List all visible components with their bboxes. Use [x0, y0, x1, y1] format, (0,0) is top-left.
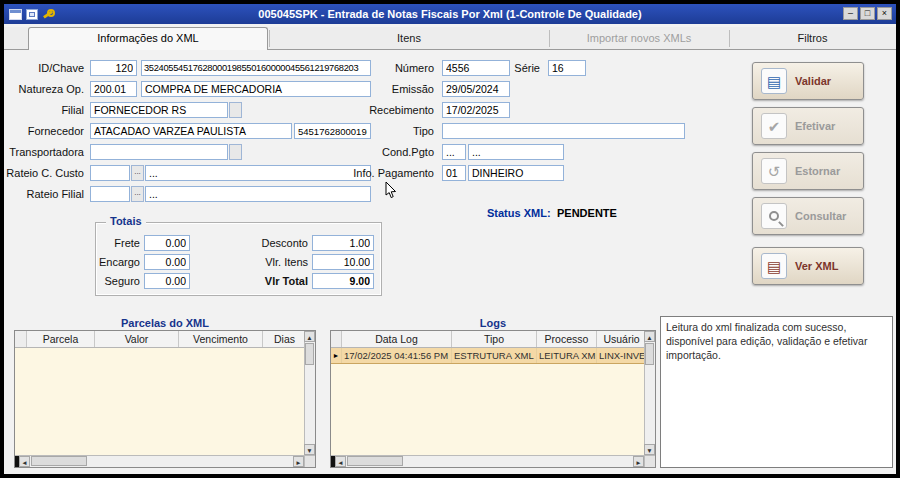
rateio-filial-desc-field[interactable] [145, 186, 371, 202]
wrench-icon[interactable] [42, 9, 55, 20]
encargo-label: Encargo [96, 256, 140, 268]
col-header-usuario[interactable]: Usuário [597, 331, 646, 347]
emissao-field[interactable] [442, 81, 510, 97]
frete-label: Frete [96, 237, 140, 249]
col-header-tipo[interactable]: Tipo [452, 331, 537, 347]
scroll-up-icon[interactable]: ▲ [304, 331, 315, 342]
maximize-button[interactable]: □ [860, 7, 875, 20]
totais-groupbox: Totais Frete Encargo Seguro Desconto Vlr… [95, 222, 382, 296]
parcelas-title: Parcelas do XML [14, 316, 316, 330]
hscroll-thumb[interactable] [31, 456, 87, 466]
id-chave-label: ID/Chave [4, 62, 87, 74]
col-header-processo[interactable]: Processo [537, 331, 597, 347]
scroll-down-icon[interactable]: ▼ [304, 444, 315, 455]
tab-filtros[interactable]: Filtros [729, 27, 896, 49]
status-xml-label: Status XML: [487, 207, 551, 219]
col-header-data-log[interactable]: Data Log [342, 331, 452, 347]
scroll-down-icon[interactable]: ▼ [644, 444, 655, 455]
row-indicator-column [15, 331, 27, 347]
logs-grid: Data Log Tipo Processo Usuário ► 17/02/2… [330, 330, 656, 468]
col-header-valor[interactable]: Valor [95, 331, 179, 347]
hscroll-track[interactable] [346, 456, 633, 467]
transportadora-browse-button[interactable] [229, 144, 242, 160]
id-field[interactable] [90, 60, 137, 76]
close-button[interactable]: × [877, 7, 892, 20]
info-pagamento-desc-field[interactable] [468, 165, 564, 181]
logs-grid-body[interactable]: ► 17/02/2025 04:41:56 PM ESTRUTURA XML C… [331, 348, 644, 455]
rateio-ccusto-browse-button[interactable]: ... [131, 165, 144, 181]
ver-xml-button[interactable]: ▤ Ver XML [752, 247, 864, 285]
efetivar-button-label: Efetivar [795, 120, 835, 132]
ver-xml-button-label: Ver XML [795, 260, 838, 272]
logs-title: Logs [330, 316, 656, 330]
rateio-filial-code-field[interactable] [90, 186, 130, 202]
numero-field[interactable] [442, 60, 510, 76]
info-pagamento-code-field[interactable] [442, 165, 466, 181]
logs-vscroll[interactable]: ▲ ▼ [644, 331, 655, 455]
rateio-ccusto-desc-field[interactable] [145, 165, 371, 181]
scroll-left-icon[interactable]: ◄ [335, 456, 346, 467]
tab-itens[interactable]: Itens [269, 27, 549, 49]
parcelas-hscroll[interactable]: ◄ ► [15, 455, 304, 467]
transportadora-field[interactable] [90, 144, 228, 160]
parcelas-vscroll[interactable]: ▲ ▼ [304, 331, 315, 455]
scrollbar-corner [304, 455, 315, 467]
window-client: 005045SPK - Entrada de Notas Fiscais Por… [4, 4, 896, 474]
minimize-button[interactable]: – [843, 7, 858, 20]
tab-informacoes-xml[interactable]: Informações do XML [28, 27, 268, 50]
status-xml-value: PENDENTE [557, 207, 617, 219]
current-row-marker-icon: ► [331, 348, 342, 363]
totais-legend: Totais [106, 215, 146, 227]
col-header-dias[interactable]: Dias [263, 331, 306, 347]
cond-pgto-code-field[interactable] [442, 144, 466, 160]
parcelas-grid-body[interactable] [15, 348, 304, 455]
seguro-field[interactable] [144, 273, 190, 289]
vlr-itens-label: Vlr. Itens [216, 256, 308, 268]
vlr-itens-field[interactable] [312, 254, 374, 270]
hscroll-track[interactable] [30, 456, 293, 467]
natureza-op-label: Natureza Op. [4, 83, 87, 95]
tab-importar-novos-xmls: Importar novos XMLs [549, 27, 729, 49]
logs-hscroll[interactable]: ◄ ► [331, 455, 644, 467]
hscroll-thumb[interactable] [347, 456, 403, 466]
rateio-ccusto-label: Rateio C. Custo [4, 167, 87, 179]
consultar-button-label: Consultar [795, 210, 846, 222]
rateio-filial-browse-button[interactable]: ... [131, 186, 144, 202]
parcelas-grid: Parcela Valor Vencimento Dias ▲ ▼ ◄ ► [14, 330, 316, 468]
desconto-field[interactable] [312, 235, 374, 251]
recebimento-field[interactable] [442, 102, 510, 118]
fornecedor-field[interactable] [90, 123, 292, 139]
log-data-log-cell: 17/02/2025 04:41:56 PM [342, 348, 452, 363]
info-pagamento-label: Info. Pagamento [340, 167, 438, 179]
transportadora-label: Transportadora [4, 146, 87, 158]
vscroll-thumb[interactable] [645, 343, 654, 365]
log-row[interactable]: ► 17/02/2025 04:41:56 PM ESTRUTURA XML C… [331, 348, 644, 364]
col-header-parcela[interactable]: Parcela [27, 331, 95, 347]
app-icon[interactable] [26, 9, 38, 20]
natureza-desc-field[interactable] [141, 81, 371, 97]
encargo-field[interactable] [144, 254, 190, 270]
filial-browse-button[interactable] [229, 102, 242, 118]
filial-field[interactable] [90, 102, 228, 118]
scroll-up-icon[interactable]: ▲ [644, 331, 655, 342]
scroll-right-icon[interactable]: ► [633, 456, 644, 467]
chave-nfe-field[interactable] [141, 60, 371, 76]
validate-document-icon: ▤ [761, 68, 787, 94]
scroll-right-icon[interactable]: ► [293, 456, 304, 467]
log-tipo-cell: ESTRUTURA XML C [452, 348, 537, 363]
undo-arrow-icon: ↺ [761, 158, 787, 184]
tipo-field[interactable] [442, 123, 685, 139]
rateio-ccusto-code-field[interactable] [90, 165, 130, 181]
cond-pgto-desc-field[interactable] [468, 144, 564, 160]
consultar-button: Consultar [752, 197, 864, 235]
col-header-vencimento[interactable]: Vencimento [179, 331, 263, 347]
natureza-code-field[interactable] [90, 81, 137, 97]
serie-field[interactable] [548, 60, 586, 76]
vscroll-thumb[interactable] [305, 343, 314, 365]
frete-field[interactable] [144, 235, 190, 251]
form-grid-icon[interactable] [9, 9, 22, 20]
magnifier-icon [761, 203, 787, 229]
scroll-left-icon[interactable]: ◄ [19, 456, 30, 467]
validar-button[interactable]: ▤ Validar [752, 62, 864, 100]
vlr-total-field[interactable] [312, 273, 374, 289]
